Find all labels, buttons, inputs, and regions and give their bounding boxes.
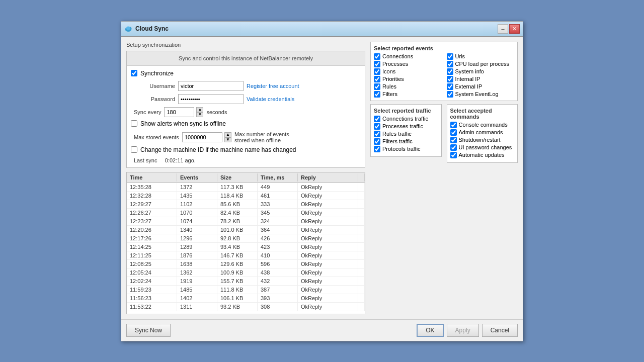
cell-time: 12:20:26 — [127, 226, 177, 234]
cell-time-ms: 438 — [258, 268, 298, 277]
command-checkbox-4[interactable] — [450, 152, 457, 158]
cell-events: 1919 — [177, 277, 217, 285]
event-checkbox-3[interactable] — [447, 61, 453, 67]
cloud-sync-window: Cloud Sync – ✕ Setup synchronization Syn… — [121, 21, 523, 341]
table-row[interactable]: 12:02:24 1919 155.7 KB 432 OkReply — [127, 277, 365, 286]
cell-size: 92.8 KB — [217, 234, 258, 242]
last-sync-row: Last sync 0:02:11 ago. — [131, 157, 361, 163]
table-row[interactable]: 12:17:26 1296 92.8 KB 426 OkReply — [127, 234, 365, 243]
show-alerts-checkbox[interactable] — [131, 120, 137, 127]
event-checkbox-4[interactable] — [374, 68, 380, 75]
event-item-9: External IP — [447, 83, 515, 90]
max-events-input[interactable] — [182, 132, 222, 142]
table-row[interactable]: 12:11:25 1876 146.7 KB 410 OkReply — [127, 251, 365, 260]
cell-reply: OkReply — [298, 226, 358, 234]
cell-time-ms: 393 — [258, 294, 298, 302]
event-checkbox-5[interactable] — [447, 68, 453, 75]
event-label-10: Filters — [382, 91, 397, 97]
table-row[interactable]: 11:56:23 1402 106.1 KB 393 OkReply — [127, 294, 365, 303]
traffic-checkbox-4[interactable] — [374, 146, 380, 152]
setup-box: Sync and control this instance of NetBal… — [126, 51, 365, 168]
event-item-7: Internal IP — [447, 76, 515, 82]
sync-every-down[interactable]: ▼ — [196, 112, 203, 117]
svg-point-3 — [126, 27, 130, 30]
command-label-2: Shutdown/restart — [459, 137, 501, 143]
table-row[interactable]: 12:05:24 1362 100.9 KB 438 OkReply — [127, 268, 365, 277]
table-row[interactable]: 12:32:28 1435 118.4 KB 461 OkReply — [127, 192, 365, 200]
event-item-3: CPU load per process — [447, 61, 515, 67]
traffic-checkbox-0[interactable] — [374, 116, 380, 122]
cell-events: 1070 — [177, 209, 217, 217]
title-bar: Cloud Sync – ✕ — [121, 22, 523, 37]
username-row: Username Register free account — [131, 81, 361, 91]
cell-time: 12:08:25 — [127, 260, 177, 268]
max-events-up[interactable]: ▲ — [224, 132, 231, 137]
cell-events: 1296 — [177, 234, 217, 242]
cell-size: 93.4 KB — [217, 243, 258, 251]
table-row[interactable]: 12:20:26 1340 101.0 KB 364 OkReply — [127, 226, 365, 234]
ok-button[interactable]: OK — [417, 324, 443, 337]
cell-time: 12:05:24 — [127, 268, 177, 277]
sync-every-up[interactable]: ▲ — [196, 107, 203, 112]
command-checkbox-0[interactable] — [450, 122, 457, 128]
reported-events-title: Select reported events — [374, 45, 514, 51]
cell-size: 100.9 KB — [217, 268, 258, 277]
register-link[interactable]: Register free account — [247, 83, 299, 89]
event-checkbox-11[interactable] — [447, 91, 453, 98]
command-checkbox-2[interactable] — [450, 137, 457, 143]
col-size: Size — [217, 173, 258, 182]
cell-events: 1435 — [177, 192, 217, 200]
max-events-desc: Max number of events stored when offline — [234, 131, 305, 143]
cell-time-ms: 308 — [258, 303, 298, 311]
cell-extra — [358, 251, 365, 259]
table-row[interactable]: 12:26:27 1070 82.4 KB 345 OkReply — [127, 209, 365, 217]
table-row[interactable]: 11:53:22 1311 93.2 KB 308 OkReply — [127, 303, 365, 311]
event-checkbox-1[interactable] — [447, 53, 453, 60]
validate-link[interactable]: Validate credentials — [247, 96, 294, 102]
table-body[interactable]: 12:35:28 1372 117.3 KB 449 OkReply 12:32… — [127, 183, 365, 314]
max-events-spinner-btns: ▲ ▼ — [224, 132, 231, 142]
sync-every-input[interactable] — [164, 107, 194, 117]
event-checkbox-6[interactable] — [374, 76, 380, 82]
event-checkbox-7[interactable] — [447, 76, 453, 82]
minimize-button[interactable]: – — [498, 24, 508, 34]
event-label-7: Internal IP — [455, 76, 480, 82]
cell-events: 1402 — [177, 294, 217, 302]
table-row[interactable]: 12:35:28 1372 117.3 KB 449 OkReply — [127, 183, 365, 192]
machine-id-checkbox[interactable] — [131, 146, 137, 153]
table-row[interactable]: 12:14:25 1289 93.4 KB 423 OkReply — [127, 243, 365, 251]
traffic-item-2: Rules traffic — [374, 131, 438, 137]
cell-reply: OkReply — [298, 200, 358, 208]
table-row[interactable]: 12:23:27 1074 78.2 KB 324 OkReply — [127, 217, 365, 226]
close-button[interactable]: ✕ — [509, 24, 520, 34]
username-input[interactable] — [178, 81, 244, 91]
synchronize-checkbox[interactable] — [131, 70, 137, 76]
cancel-button[interactable]: Cancel — [482, 324, 518, 337]
traffic-checkbox-1[interactable] — [374, 123, 380, 130]
cell-reply: OkReply — [298, 303, 358, 311]
event-checkbox-8[interactable] — [374, 83, 380, 90]
cell-reply: OkReply — [298, 268, 358, 277]
cell-size: 129.6 KB — [217, 260, 258, 268]
event-checkbox-0[interactable] — [374, 53, 380, 60]
event-label-2: Processes — [382, 61, 408, 67]
max-events-down[interactable]: ▼ — [224, 137, 231, 142]
traffic-checkbox-2[interactable] — [374, 131, 380, 137]
accepted-commands-box: Select accepted commands Console command… — [447, 104, 518, 163]
table-row[interactable]: 12:08:25 1638 129.6 KB 596 OkReply — [127, 260, 365, 268]
traffic-label-0: Connections traffic — [382, 116, 428, 122]
command-checkbox-1[interactable] — [450, 129, 457, 136]
event-checkbox-10[interactable] — [374, 91, 380, 98]
event-label-9: External IP — [455, 83, 482, 89]
traffic-checkbox-3[interactable] — [374, 138, 380, 145]
event-checkbox-2[interactable] — [374, 61, 380, 67]
table-row[interactable]: 12:29:27 1102 85.6 KB 333 OkReply — [127, 200, 365, 209]
password-input[interactable] — [178, 94, 244, 104]
sync-now-button[interactable]: Sync Now — [126, 324, 171, 337]
cell-size: 93.2 KB — [217, 303, 258, 311]
info-banner: Sync and control this instance of NetBal… — [127, 51, 365, 66]
table-row[interactable]: 11:59:23 1485 111.8 KB 387 OkReply — [127, 286, 365, 294]
event-checkbox-9[interactable] — [447, 83, 453, 90]
command-checkbox-3[interactable] — [450, 144, 457, 151]
apply-button[interactable]: Apply — [447, 324, 479, 337]
